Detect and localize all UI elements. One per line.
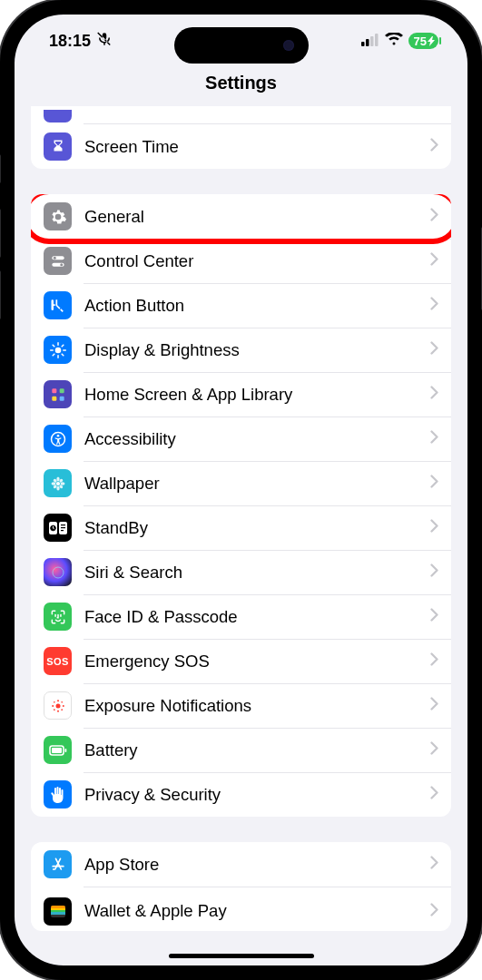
row-wallpaper[interactable]: Wallpaper: [31, 461, 451, 505]
label: Action Button: [84, 296, 430, 316]
sos-icon: SOS: [44, 647, 72, 675]
settings-group-2: General Control Center Action Button: [31, 194, 451, 817]
svg-rect-0: [361, 42, 365, 46]
label: Battery: [84, 740, 430, 760]
label: Face ID & Passcode: [84, 607, 430, 627]
phone-frame: 18:15 75 Settings: [0, 0, 482, 980]
svg-point-24: [55, 481, 59, 485]
svg-rect-36: [61, 524, 65, 525]
svg-line-16: [53, 354, 54, 356]
chevron-right-icon: [430, 475, 438, 492]
row-privacy[interactable]: Privacy & Security: [31, 772, 451, 817]
row-screen-time[interactable]: Screen Time: [31, 124, 451, 169]
svg-rect-38: [61, 530, 64, 531]
row-control-center[interactable]: Control Center: [31, 239, 451, 283]
svg-line-14: [53, 345, 54, 347]
svg-line-17: [62, 345, 64, 347]
svg-point-49: [54, 709, 55, 710]
switches-icon: [44, 247, 72, 275]
siri-icon: [44, 558, 72, 586]
mute-switch: [0, 154, 1, 183]
page-title: Settings: [15, 67, 467, 106]
screen: 18:15 75 Settings: [15, 15, 467, 965]
standby-icon: [44, 514, 72, 542]
battery-value: 75: [414, 34, 427, 48]
chevron-right-icon: [430, 697, 438, 714]
svg-rect-53: [64, 749, 66, 752]
label: General: [84, 207, 430, 227]
home-indicator[interactable]: [169, 954, 314, 958]
row-faceid[interactable]: Face ID & Passcode: [31, 594, 451, 639]
row-standby[interactable]: StandBy: [31, 505, 451, 550]
volume-up: [0, 209, 1, 258]
row-display[interactable]: Display & Brightness: [31, 328, 451, 372]
action-icon: [44, 291, 72, 319]
svg-point-42: [55, 703, 60, 708]
label: Emergency SOS: [84, 652, 430, 671]
svg-rect-62: [51, 912, 65, 915]
svg-rect-18: [52, 388, 56, 393]
svg-point-46: [62, 705, 64, 707]
person-icon: [44, 425, 72, 453]
svg-rect-3: [375, 34, 379, 46]
dynamic-island: [174, 27, 309, 64]
grid-icon: [44, 380, 72, 408]
svg-point-27: [51, 482, 55, 485]
chevron-right-icon: [430, 430, 438, 447]
flower-icon: [44, 469, 72, 497]
chevron-right-icon: [430, 786, 438, 803]
wifi-icon: [385, 32, 403, 51]
row-appstore[interactable]: App Store: [31, 842, 451, 887]
chevron-right-icon: [430, 741, 438, 759]
svg-point-43: [57, 700, 59, 701]
wallet-icon: [44, 897, 72, 926]
chevron-right-icon: [430, 519, 438, 536]
exposure-icon: [44, 691, 72, 720]
row-home-screen[interactable]: Home Screen & App Library: [31, 372, 451, 416]
row-sos[interactable]: SOS Emergency SOS: [31, 639, 451, 683]
svg-point-48: [61, 701, 63, 703]
row-siri[interactable]: Siri & Search: [31, 550, 451, 594]
battery-icon: [44, 736, 72, 764]
label: App Store: [84, 855, 430, 875]
svg-point-45: [52, 705, 54, 707]
svg-rect-1: [366, 39, 369, 46]
svg-point-39: [53, 567, 64, 578]
svg-point-25: [56, 476, 59, 481]
row-exposure[interactable]: Exposure Notifications: [31, 683, 451, 728]
svg-point-26: [56, 485, 59, 490]
row-action-button[interactable]: Action Button: [31, 283, 451, 328]
label: Siri & Search: [84, 563, 430, 583]
chevron-right-icon: [430, 856, 438, 873]
svg-point-50: [61, 709, 63, 710]
svg-point-47: [54, 701, 55, 703]
svg-point-44: [57, 710, 59, 711]
svg-rect-8: [51, 299, 54, 310]
row-accessibility[interactable]: Accessibility: [31, 416, 451, 461]
signal-icon: [361, 32, 379, 51]
settings-group-1: Screen Time: [31, 124, 451, 169]
label: Wallpaper: [84, 474, 430, 494]
label: StandBy: [84, 518, 430, 538]
chevron-right-icon: [430, 138, 438, 155]
gear-icon: [44, 202, 72, 230]
svg-point-7: [60, 263, 63, 266]
battery-indicator: 75: [408, 33, 438, 49]
svg-rect-20: [52, 396, 56, 400]
chevron-right-icon: [430, 608, 438, 625]
label: Exposure Notifications: [84, 696, 430, 716]
svg-rect-19: [59, 388, 64, 393]
row-battery[interactable]: Battery: [31, 728, 451, 772]
faceid-icon: [44, 603, 72, 631]
status-left: 18:15: [49, 31, 113, 52]
hand-icon: [44, 780, 72, 808]
status-right: 75: [361, 32, 438, 51]
volume-down: [0, 270, 1, 319]
row-general[interactable]: General: [31, 194, 451, 239]
chevron-right-icon: [430, 386, 438, 403]
chevron-right-icon: [430, 252, 438, 270]
row-wallet[interactable]: Wallet & Apple Pay: [31, 887, 451, 931]
content[interactable]: Settings Screen Time: [15, 67, 467, 965]
label: Home Screen & App Library: [84, 385, 430, 405]
silent-icon: [96, 31, 113, 52]
